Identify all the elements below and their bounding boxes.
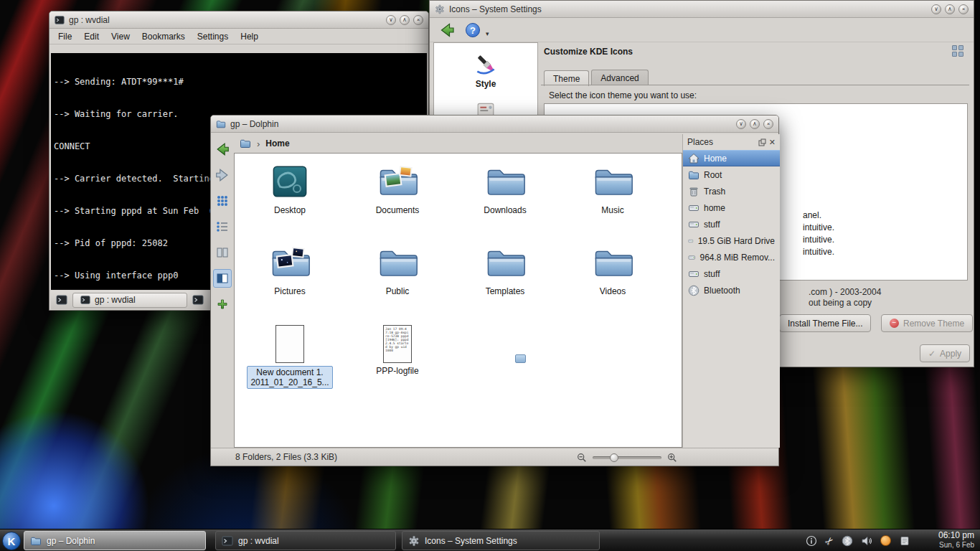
places-item-root[interactable]: Root: [683, 166, 780, 183]
details-view-button[interactable]: [213, 217, 232, 236]
folder-icon: [484, 242, 526, 283]
dolphin-folder-view[interactable]: Desktop Documents Downloads Music Pictur…: [234, 153, 682, 448]
terminal-icon: [80, 295, 90, 305]
tab-theme[interactable]: Theme: [544, 70, 589, 86]
file-item-selected[interactable]: New document 1. 2011_01_20_16_5...: [236, 319, 344, 400]
file-item-label: Templates: [486, 286, 525, 296]
close-button[interactable]: ×: [763, 119, 773, 129]
places-item-hard-drive[interactable]: 19.5 GiB Hard Drive: [683, 232, 780, 249]
style-icon[interactable]: [473, 52, 498, 76]
drive-icon: [688, 202, 699, 214]
zoom-in-icon[interactable]: [667, 453, 677, 463]
file-item-label: Pictures: [274, 286, 305, 296]
menu-bookmarks[interactable]: Bookmarks: [142, 32, 185, 42]
places-item-removable[interactable]: 964.8 MiB Remov...: [683, 249, 780, 265]
remove-theme-button[interactable]: − Remove Theme: [881, 314, 973, 332]
terminal-icon: [222, 535, 233, 547]
tab-advanced[interactable]: Advanced: [591, 70, 648, 85]
overview-grid-button[interactable]: [952, 45, 963, 57]
close-button[interactable]: ×: [958, 4, 969, 14]
sidebar-item-style[interactable]: Style: [476, 79, 496, 89]
breadcrumb-home[interactable]: Home: [265, 138, 289, 149]
places-item-stuff-2[interactable]: stuff: [683, 265, 780, 282]
menu-file[interactable]: File: [58, 32, 72, 42]
settings-titlebar[interactable]: Icons – System Settings ∨ ∧ ×: [430, 1, 974, 18]
arrow-left-icon: [215, 141, 230, 157]
maximize-button[interactable]: ∧: [400, 15, 410, 25]
places-item-stuff[interactable]: stuff: [683, 216, 780, 232]
close-panel-button[interactable]: ✕: [769, 138, 776, 147]
updates-icon[interactable]: [880, 535, 891, 546]
zoom-slider[interactable]: [593, 456, 661, 459]
places-item-trash[interactable]: Trash: [683, 183, 780, 199]
zoom-slider-handle[interactable]: [610, 453, 618, 462]
places-panel: Places ✕ Home Root Trash hom: [682, 134, 780, 448]
details-view-icon: [216, 220, 229, 233]
places-folder-icon[interactable]: [240, 138, 251, 149]
apply-button[interactable]: ✓ Apply: [920, 344, 970, 362]
places-item-bluetooth[interactable]: Bluetooth: [683, 282, 780, 298]
chevron-down-icon[interactable]: ▾: [486, 30, 489, 37]
dolphin-window: gp – Dolphin ∨ ∧ ×: [210, 115, 779, 466]
folder-item[interactable]: Templates: [451, 237, 559, 319]
terminal-titlebar[interactable]: gp : wvdial ∨ ∧ ×: [50, 11, 428, 29]
status-text: 8 Folders, 2 Files (3.3 KiB): [235, 452, 337, 462]
back-button[interactable]: [213, 140, 232, 159]
menu-settings[interactable]: Settings: [197, 32, 228, 42]
menu-edit[interactable]: Edit: [84, 32, 99, 42]
split-view-button[interactable]: [213, 269, 232, 288]
install-theme-button[interactable]: Install Theme File...: [779, 314, 871, 332]
new-tab-button[interactable]: [53, 293, 70, 308]
places-item-label: Root: [704, 170, 722, 180]
float-panel-button[interactable]: [758, 138, 766, 146]
menu-view[interactable]: View: [111, 32, 130, 42]
file-item[interactable]: Jan 17 09:47:18 gp-Aspire-5738 pppd[1946…: [344, 319, 451, 400]
maximize-button[interactable]: ∧: [945, 4, 955, 14]
taskbar-task-system-settings[interactable]: Icons – System Settings: [402, 531, 600, 550]
device-notifier-icon[interactable]: [899, 535, 910, 547]
zoom-out-icon[interactable]: [577, 453, 587, 463]
taskbar-task-dolphin[interactable]: gp – Dolphin: [24, 531, 206, 550]
terminal-window-title: gp : wvdial: [69, 15, 110, 25]
folder-item[interactable]: Documents: [344, 156, 451, 237]
folder-item[interactable]: Downloads: [451, 156, 559, 237]
minimize-button[interactable]: ∨: [931, 4, 941, 14]
terminal-tab[interactable]: gp : wvdial: [72, 293, 187, 308]
text-file-icon: Jan 17 09:47:18 gp-Aspire-5738 pppd[1946…: [383, 325, 412, 363]
taskbar-task-wvdial[interactable]: gp : wvdial: [215, 531, 396, 550]
folder-item[interactable]: Pictures: [236, 237, 344, 319]
add-button[interactable]: [213, 295, 232, 314]
clock-time: 06:10 pm: [938, 531, 974, 540]
settings-window-title: Icons – System Settings: [449, 4, 542, 14]
info-icon[interactable]: [806, 535, 817, 547]
icons-view-button[interactable]: [213, 192, 232, 210]
minimize-button[interactable]: ∨: [736, 119, 746, 129]
maximize-button[interactable]: ∧: [750, 119, 760, 129]
minimize-button[interactable]: ∨: [386, 15, 396, 25]
bluetooth-icon[interactable]: [842, 535, 853, 547]
gear-icon: [435, 4, 445, 14]
close-button[interactable]: ×: [413, 15, 423, 25]
columns-view-button[interactable]: [213, 243, 232, 262]
klipper-scissors-icon[interactable]: ✂: [822, 534, 837, 548]
clock[interactable]: 06:10 pm Sun, 6 Feb: [938, 531, 974, 550]
menu-help[interactable]: Help: [240, 32, 258, 42]
settings-tabs: Theme Advanced: [544, 68, 651, 85]
forward-button[interactable]: [213, 166, 232, 184]
folder-item[interactable]: Desktop: [236, 156, 344, 237]
places-item-home[interactable]: Home: [683, 150, 780, 166]
tab-list-button[interactable]: [189, 293, 207, 308]
terminal-menubar: File Edit View Bookmarks Settings Help: [50, 29, 428, 44]
folder-item[interactable]: Public: [344, 237, 451, 319]
dolphin-titlebar[interactable]: gp – Dolphin ∨ ∧ ×: [211, 116, 778, 133]
volume-icon[interactable]: [861, 535, 872, 547]
terminal-icon: [56, 294, 67, 306]
folder-item[interactable]: Videos: [559, 237, 666, 319]
back-button[interactable]: [438, 22, 456, 39]
task-label: gp – Dolphin: [47, 536, 95, 546]
arrow-right-icon: [215, 167, 230, 183]
folder-item[interactable]: Music: [559, 156, 666, 237]
places-item-home-partition[interactable]: home: [683, 199, 780, 216]
app-launcher-button[interactable]: K: [2, 532, 21, 550]
help-button[interactable]: ?: [466, 23, 480, 37]
